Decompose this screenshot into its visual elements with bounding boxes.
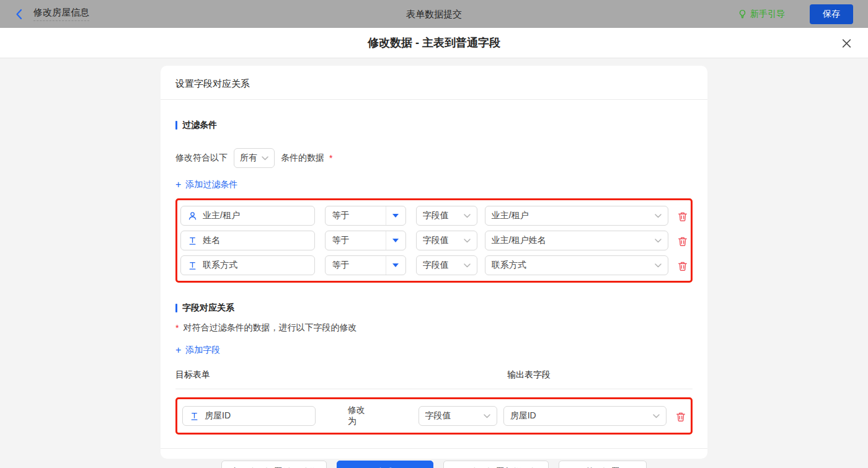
settings-card: 设置字段对应关系 过滤条件 修改符合以下 所有 条件的数据 * + 添加过滤条件 [161, 66, 707, 459]
beginner-guide-link[interactable]: 新手引导 [738, 9, 785, 20]
add-filter-condition-label: 添加过滤条件 [185, 179, 237, 190]
top-navigation-bar: 修改房屋信息 表单数据提交 新手引导 保存 [0, 0, 868, 28]
chevron-down-icon [655, 263, 662, 268]
caret-down-icon [386, 256, 405, 275]
field-mapping-section: 字段对应关系 * 对符合过滤条件的数据，进行以下字段的修改 + 添加字段 目标表… [161, 302, 707, 435]
chevron-down-icon [464, 263, 471, 268]
operator-select[interactable]: 等于 [325, 255, 405, 275]
operator-value: 等于 [326, 206, 385, 225]
value-type-value: 字段值 [423, 260, 449, 271]
filter-conditions-highlight-box: 业主/租户 等于 字段值 业主/租户 [175, 198, 693, 283]
required-mark: * [175, 323, 179, 333]
close-icon[interactable] [841, 38, 852, 48]
modify-to-label: 修改为 [348, 405, 373, 427]
value-type-select[interactable]: 字段值 [416, 255, 477, 275]
target-field-input[interactable]: 房屋ID [182, 406, 316, 426]
chevron-down-icon [464, 214, 471, 218]
filter-section-title: 过滤条件 [175, 120, 693, 131]
workflow-name[interactable]: 修改房屋信息 [33, 7, 89, 21]
mapping-section-title: 字段对应关系 [175, 302, 693, 314]
card-title: 设置字段对应关系 [161, 66, 707, 100]
mapping-row: 房屋ID 修改为 字段值 房屋ID [180, 402, 688, 430]
match-prefix-label: 修改符合以下 [175, 152, 228, 164]
next-step-button[interactable]: 下一步：设置新增数据 [443, 461, 549, 468]
value-type-select[interactable]: 字段值 [416, 231, 477, 250]
delete-condition-button[interactable] [678, 260, 688, 271]
mapping-highlight-box: 房屋ID 修改为 字段值 房屋ID [175, 397, 693, 435]
dialog-title: 修改数据 - 主表到普通字段 [368, 35, 500, 50]
filter-section-title-text: 过滤条件 [182, 120, 217, 131]
caret-down-icon [386, 206, 405, 225]
user-field-icon [188, 211, 197, 221]
target-field-name: 房屋ID [205, 410, 231, 422]
compare-value: 业主/租户姓名 [492, 235, 546, 246]
filter-field-name: 联系方式 [203, 260, 237, 271]
plus-icon: + [175, 180, 181, 190]
back-icon[interactable] [15, 9, 24, 20]
filter-field-name: 业主/租户 [203, 210, 240, 221]
value-type-value: 字段值 [423, 210, 449, 221]
trash-icon [678, 211, 688, 222]
topbar-right-group: 新手引导 保存 [738, 4, 853, 24]
output-field-column-header: 输出表字段 [507, 369, 551, 381]
filter-section: 过滤条件 修改符合以下 所有 条件的数据 * + 添加过滤条件 [161, 120, 707, 283]
match-suffix-label: 条件的数据 [281, 152, 324, 164]
topbar-center-title: 表单数据提交 [406, 8, 462, 20]
operator-select[interactable]: 等于 [325, 206, 405, 226]
other-settings-button[interactable]: 其他设置 [559, 461, 647, 468]
output-field-select[interactable]: 房屋ID [503, 406, 666, 426]
filter-field-input[interactable]: 姓名 [180, 231, 315, 250]
save-button[interactable]: 保存 [810, 4, 853, 24]
add-field-label: 添加字段 [185, 345, 220, 356]
filter-condition-row: 联系方式 等于 字段值 联系方式 [180, 253, 688, 278]
trash-icon [678, 261, 688, 272]
filter-field-input[interactable]: 联系方式 [180, 255, 315, 275]
section-accent-bar [175, 304, 177, 312]
caret-down-icon [386, 231, 405, 250]
mapping-table-header: 目标表单 输出表字段 [175, 369, 693, 389]
output-field-value: 房屋ID [510, 410, 536, 422]
compare-value-select[interactable]: 联系方式 [485, 255, 668, 275]
delete-condition-button[interactable] [678, 236, 688, 246]
match-mode-value: 所有 [240, 152, 257, 164]
compare-value-select[interactable]: 业主/租户 [485, 206, 668, 226]
value-type-select[interactable]: 字段值 [418, 406, 497, 426]
plus-icon: + [175, 345, 181, 355]
chevron-down-icon [655, 239, 662, 243]
match-mode-select[interactable]: 所有 [234, 148, 275, 168]
mapping-section-title-text: 字段对应关系 [182, 302, 234, 314]
finish-button[interactable]: 完成 [337, 461, 433, 468]
filter-condition-row: 姓名 等于 字段值 业主/租户姓名 [180, 228, 688, 253]
value-type-value: 字段值 [425, 410, 451, 422]
text-field-icon [190, 412, 199, 421]
add-field-link[interactable]: + 添加字段 [175, 345, 220, 356]
mapping-description: * 对符合过滤条件的数据，进行以下字段的修改 [175, 322, 693, 333]
operator-select[interactable]: 等于 [325, 231, 405, 250]
trash-icon [676, 412, 686, 422]
filter-field-name: 姓名 [203, 235, 220, 246]
compare-value-select[interactable]: 业主/租户姓名 [485, 231, 668, 250]
mapping-description-text: 对符合过滤条件的数据，进行以下字段的修改 [183, 322, 356, 333]
add-filter-condition-link[interactable]: + 添加过滤条件 [175, 179, 237, 190]
filter-condition-row: 业主/租户 等于 字段值 业主/租户 [180, 203, 688, 228]
value-type-value: 字段值 [423, 235, 449, 246]
chevron-down-icon [262, 156, 268, 161]
text-field-icon [188, 236, 197, 245]
target-form-column-header: 目标表单 [175, 369, 210, 379]
guide-label: 新手引导 [750, 9, 785, 20]
compare-value: 业主/租户 [492, 210, 529, 221]
lightbulb-icon [738, 9, 747, 19]
chevron-down-icon [655, 214, 662, 218]
delete-condition-button[interactable] [678, 211, 688, 221]
required-mark: * [329, 153, 332, 163]
value-type-select[interactable]: 字段值 [416, 206, 477, 226]
filter-field-input[interactable]: 业主/租户 [180, 206, 315, 226]
operator-value: 等于 [326, 256, 385, 275]
chevron-down-icon [484, 414, 490, 418]
delete-mapping-button[interactable] [676, 411, 686, 422]
chevron-down-icon [653, 414, 660, 418]
match-mode-row: 修改符合以下 所有 条件的数据 * [175, 148, 693, 168]
topbar-left-group: 修改房屋信息 [15, 7, 89, 21]
compare-value: 联系方式 [492, 260, 526, 271]
prev-step-button[interactable]: 上一步：设置触发动作 [221, 461, 327, 468]
